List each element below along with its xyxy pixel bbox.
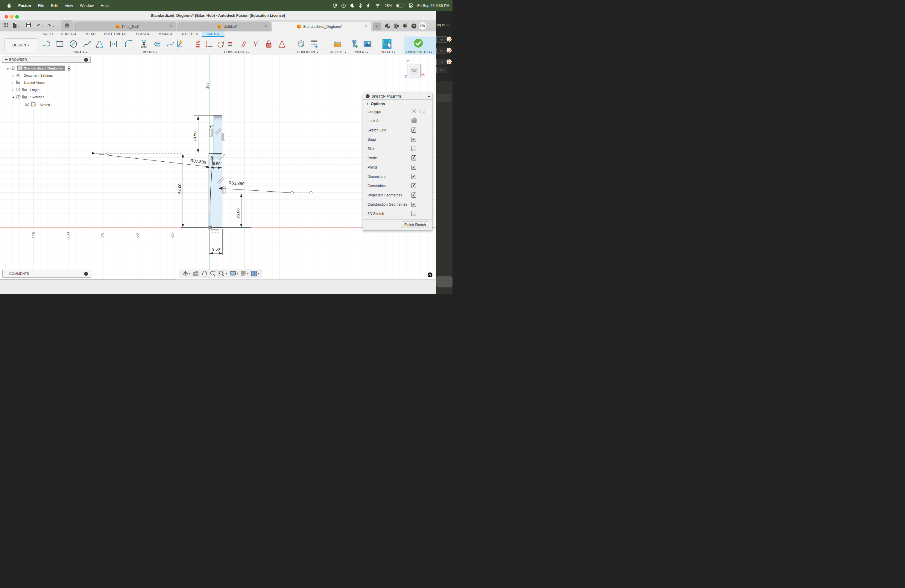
close-tab-icon[interactable]: ✕ — [166, 25, 176, 29]
checkbox[interactable]: ✓ — [411, 174, 416, 179]
feedback-icon[interactable] — [428, 272, 432, 277]
tab-utilities[interactable]: UTILITIES — [178, 32, 202, 37]
fix-constraint-icon[interactable] — [264, 40, 273, 49]
perpendicular-constraint-icon[interactable] — [251, 40, 260, 49]
checkbox[interactable]: ✓ — [411, 183, 416, 188]
minimize-panel-icon[interactable]: − — [366, 94, 370, 98]
insert-image-icon[interactable] — [363, 40, 372, 49]
dim-label-50[interactable]: 50 — [210, 156, 214, 160]
dimension-25[interactable]: 25.00 — [236, 194, 243, 227]
dimension-r53[interactable]: R53.859 — [218, 180, 313, 194]
browser-node-sketches[interactable]: ◢ Sketches — [11, 95, 46, 99]
dim-label-75[interactable]: 75 — [209, 124, 213, 129]
checkbox[interactable]: ✓ — [411, 202, 416, 207]
sketch-dimension-icon[interactable] — [176, 40, 185, 49]
symmetry-constraint-icon[interactable] — [278, 40, 286, 49]
checkbox[interactable]: ✓ — [411, 156, 416, 161]
new-document-caret[interactable]: ▾ — [17, 25, 19, 27]
undo-icon[interactable]: ↶ — [37, 23, 40, 29]
undo-caret[interactable]: ▾ — [42, 25, 43, 27]
redo-caret[interactable]: ▾ — [53, 25, 54, 27]
tab-surface[interactable]: SURFACE — [57, 32, 82, 37]
expand-panel-icon[interactable]: ▶▶ — [428, 95, 430, 98]
sketch-point[interactable] — [107, 152, 109, 154]
rectangle-tool-icon[interactable] — [56, 40, 65, 49]
pan-tool[interactable] — [202, 271, 207, 277]
help-icon[interactable]: ? — [410, 22, 417, 29]
palette-options-section[interactable]: ▼ Options — [363, 100, 432, 107]
tab-standardized-dogbone[interactable]: Standardized_Dogbone* ✕ — [272, 22, 371, 32]
sketch-point[interactable] — [310, 192, 313, 194]
view-cube-face[interactable]: TOP — [410, 67, 418, 75]
mute-icon[interactable] — [366, 3, 371, 8]
centerline-linetype-icon[interactable] — [419, 108, 426, 114]
group-finish-sketch[interactable]: FINISH SKETCH ▾ — [406, 50, 432, 54]
group-modify[interactable]: MODIFY ▾ — [143, 50, 157, 54]
select-tool-icon[interactable] — [382, 39, 391, 48]
add-comment-icon[interactable]: + — [84, 272, 88, 276]
menu-help[interactable]: Help — [100, 3, 109, 8]
measure-tool-icon[interactable] — [333, 40, 342, 49]
insert-fastener-icon[interactable] — [350, 40, 359, 49]
configuration-table-icon[interactable] — [310, 40, 319, 49]
tab-plastic[interactable]: PLASTIC — [132, 32, 154, 37]
group-create[interactable]: CREATE ▾ — [73, 50, 87, 54]
trim-tool-icon[interactable] — [140, 40, 149, 49]
tab-print-test[interactable]: Print_Test* ✕ — [74, 22, 176, 32]
selected-root-item[interactable]: Standardized_Dogbone — [17, 65, 65, 71]
group-inspect[interactable]: INSPECT ▾ — [330, 50, 346, 54]
checkbox[interactable]: ✓ — [411, 192, 416, 198]
close-tab-icon[interactable]: ✕ — [361, 25, 371, 29]
tree-closed-icon[interactable]: ▷ — [11, 89, 14, 91]
visibility-eye-icon[interactable] — [25, 103, 29, 106]
control-center-icon[interactable] — [408, 3, 413, 8]
dimension-54[interactable]: 54.00 — [178, 154, 184, 227]
redo-icon[interactable]: ↷ — [47, 23, 51, 29]
visibility-eye-icon[interactable] — [16, 95, 21, 99]
home-tab[interactable] — [61, 21, 73, 32]
menubar-clock[interactable]: Fri Sep 26 5:35 PM — [417, 3, 449, 8]
curve-tool-icon[interactable] — [166, 40, 175, 49]
minimize-panel-icon[interactable]: − — [84, 58, 88, 62]
tree-closed-icon[interactable]: ▷ — [11, 81, 14, 84]
focus-moon-icon[interactable] — [350, 3, 355, 8]
zoom-tool[interactable] — [210, 271, 216, 277]
extensions-icon[interactable] — [384, 22, 391, 29]
user-avatar[interactable]: EW — [419, 22, 427, 30]
bluetooth-icon[interactable] — [359, 3, 362, 8]
browser-node-root[interactable]: ◢ Standardized_Dogbone — [6, 65, 71, 71]
slot-tool-icon[interactable] — [43, 40, 52, 49]
look-at-icon[interactable] — [411, 118, 417, 124]
apple-icon[interactable] — [7, 3, 11, 8]
circle-tool-icon[interactable] — [69, 40, 78, 49]
group-insert[interactable]: INSERT ▾ — [355, 50, 368, 54]
browser-node-sketch1[interactable]: Sketch1 — [25, 102, 54, 108]
dimension-tool-icon[interactable] — [109, 40, 118, 49]
display-settings-tool[interactable]: ▾ — [230, 271, 238, 277]
close-tab-icon[interactable]: ✕ — [261, 25, 271, 29]
offset-tool-icon[interactable] — [153, 40, 162, 49]
browser-node-document-settings[interactable]: ▷ Document Settings — [11, 73, 55, 78]
workspace-selector[interactable]: DESIGN▾ — [4, 38, 37, 52]
dimension-r87[interactable]: R87.808 — [94, 154, 210, 168]
notifications-bell-icon[interactable] — [401, 22, 408, 29]
look-at-tool[interactable] — [193, 271, 199, 276]
menu-edit[interactable]: Edit — [51, 3, 58, 8]
group-constraints[interactable]: CONSTRAINTS ▾ — [224, 50, 249, 54]
dimension-9-50[interactable]: 9.50 — [210, 229, 223, 255]
origin-point[interactable] — [207, 225, 213, 230]
comments-bar[interactable]: COMMENTS + — [2, 270, 91, 278]
viewports-tool[interactable]: ▾ — [251, 271, 259, 277]
palette-header[interactable]: − SKETCH PALETTE ▶▶ — [363, 93, 432, 100]
job-status-icon[interactable] — [393, 22, 400, 29]
zoom-window-tool[interactable]: ▾ — [219, 271, 227, 277]
menu-window[interactable]: Window — [80, 3, 94, 8]
group-select[interactable]: SELECT ▾ — [381, 50, 395, 54]
configure-part-icon[interactable] — [297, 40, 306, 49]
visibility-off-eye-icon[interactable] — [16, 88, 21, 92]
collapse-panel-icon[interactable]: ◀◀ — [5, 58, 7, 61]
group-configure[interactable]: CONFIGURE ▾ — [297, 50, 318, 54]
tab-untitled[interactable]: Untitled* ✕ — [177, 22, 271, 32]
equal-constraint-icon[interactable] — [227, 40, 235, 49]
tree-open-icon[interactable]: ◢ — [11, 96, 14, 99]
